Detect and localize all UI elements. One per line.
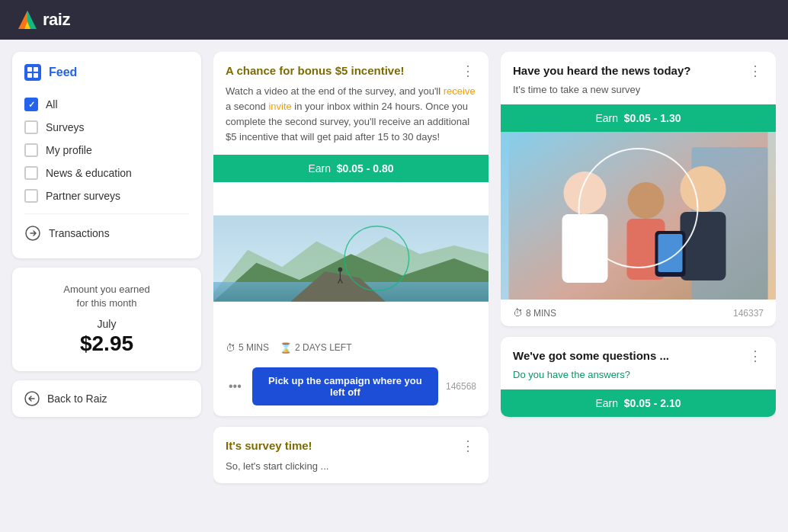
hourglass-icon: ⌛	[280, 342, 292, 354]
svg-rect-5	[27, 73, 32, 78]
card4-earn-bar: Earn $0.05 - 2.10	[501, 389, 776, 417]
filter-news-education[interactable]: News & education	[24, 162, 189, 184]
card4-header: We've got some questions ... ⋮	[501, 337, 776, 369]
filter-my-profile-label: My profile	[46, 144, 92, 156]
svg-point-23	[628, 182, 665, 219]
transactions-icon	[24, 225, 41, 242]
earnings-amount: $2.95	[27, 332, 186, 356]
card4-earn-range: $0.05 - 2.10	[624, 397, 681, 409]
checkbox-my-profile[interactable]	[24, 143, 38, 157]
feed-header: Feed	[24, 64, 189, 81]
back-button-label: Back to Raiz	[47, 393, 107, 405]
card2-description: So, let's start clicking ...	[213, 459, 488, 483]
logo: raiz	[15, 8, 70, 32]
card1-earn-bar: Earn $0.05 - 0.80	[213, 155, 488, 182]
card4-sub-text: Do you have the answers?	[501, 369, 776, 389]
content-columns: A chance for bonus $5 incentive! ⋮ Watch…	[213, 52, 776, 520]
earnings-card: Amount you earnedfor this month July $2.…	[12, 268, 201, 371]
left-column: A chance for bonus $5 incentive! ⋮ Watch…	[213, 52, 488, 520]
card3-time: ⏱ 8 MINS	[513, 307, 556, 319]
filter-all-label: All	[46, 98, 58, 111]
card1-earn-range: $0.05 - 0.80	[337, 162, 394, 175]
card1-more-icon[interactable]: ⋮	[460, 64, 476, 78]
transactions-item[interactable]: Transactions	[24, 220, 189, 246]
feed-icon	[24, 64, 41, 81]
card1-image	[213, 182, 488, 335]
header: raiz	[0, 0, 788, 40]
card3-count: 146337	[733, 308, 764, 319]
card4-title: We've got some questions ...	[513, 349, 747, 362]
sidebar: Feed All Surveys My profile News & educa…	[12, 52, 201, 520]
card3-title: Have you heard the news today?	[513, 64, 747, 77]
card2-title: It's survey time!	[226, 439, 460, 452]
card3-image	[501, 132, 776, 300]
card1-footer: ⏱ 5 MINS ⌛ 2 DAYS LEFT	[213, 335, 488, 361]
main-layout: Feed All Surveys My profile News & educa…	[0, 40, 788, 532]
clock-icon: ⏱	[226, 342, 235, 354]
card3-footer: ⏱ 8 MINS 146337	[501, 300, 776, 326]
card3-earn-bar: Earn $0.05 - 1.30	[501, 104, 776, 132]
card1-meta: ⏱ 5 MINS ⌛ 2 DAYS LEFT	[226, 342, 351, 354]
svg-rect-4	[34, 67, 38, 72]
filter-all[interactable]: All	[24, 93, 189, 116]
checkbox-all[interactable]	[24, 98, 38, 111]
mountain-svg	[213, 182, 488, 335]
feed-card: Feed All Surveys My profile News & educa…	[12, 52, 201, 258]
card-questions: We've got some questions ... ⋮ Do you ha…	[501, 337, 776, 417]
card2-header: It's survey time! ⋮	[213, 427, 488, 459]
checkbox-news-education[interactable]	[24, 166, 38, 180]
card3-clock-icon: ⏱	[513, 307, 523, 319]
filter-surveys-label: Surveys	[46, 121, 85, 133]
back-to-raiz-button[interactable]: Back to Raiz	[12, 380, 201, 417]
card3-earn-label: Earn	[595, 112, 618, 124]
pickup-button[interactable]: Pick up the campaign where you left off	[252, 367, 438, 405]
svg-point-21	[564, 171, 607, 214]
filter-news-education-label: News & education	[46, 167, 132, 179]
svg-rect-6	[34, 73, 38, 78]
card1-time: ⏱ 5 MINS	[226, 342, 269, 354]
card1-count: 146568	[446, 381, 476, 392]
card1-earn-label: Earn	[308, 162, 331, 175]
card1-description: Watch a video at the end of the survey, …	[213, 84, 488, 155]
back-icon	[24, 391, 40, 406]
card1-time-label: 5 MINS	[239, 342, 269, 353]
card3-header: Have you heard the news today? ⋮	[501, 52, 776, 84]
card-news-today: Have you heard the news today? ⋮ It's ti…	[501, 52, 776, 326]
filter-my-profile[interactable]: My profile	[24, 139, 189, 162]
logo-text: raiz	[43, 10, 70, 30]
card3-earn-range: $0.05 - 1.30	[624, 112, 681, 124]
card3-time-label: 8 MINS	[526, 308, 556, 319]
logo-icon	[15, 8, 40, 32]
svg-rect-3	[27, 67, 32, 72]
svg-rect-22	[562, 214, 608, 283]
card-survey-time: It's survey time! ⋮ So, let's start clic…	[213, 427, 488, 483]
card3-sub-text: It's time to take a new survey	[501, 84, 776, 104]
filter-partner-surveys-label: Partner surveys	[46, 190, 120, 202]
svg-rect-28	[658, 234, 683, 272]
card1-days-label: 2 DAYS LEFT	[295, 342, 351, 353]
checkbox-surveys[interactable]	[24, 120, 38, 134]
card4-earn-label: Earn	[595, 397, 618, 409]
filter-partner-surveys[interactable]: Partner surveys	[24, 184, 189, 207]
card1-title: A chance for bonus $5 incentive!	[226, 64, 460, 77]
divider	[24, 213, 189, 214]
people-svg	[501, 132, 776, 300]
filter-surveys[interactable]: Surveys	[24, 116, 189, 139]
card1-header: A chance for bonus $5 incentive! ⋮	[213, 52, 488, 84]
card1-dots-button[interactable]: •••	[226, 377, 245, 396]
right-column: Have you heard the news today? ⋮ It's ti…	[501, 52, 776, 520]
card2-more-icon[interactable]: ⋮	[460, 439, 476, 453]
card3-more-icon[interactable]: ⋮	[747, 64, 764, 78]
transactions-label: Transactions	[49, 227, 110, 239]
feed-label: Feed	[49, 66, 77, 79]
checkbox-partner-surveys[interactable]	[24, 189, 38, 203]
card-bonus-incentive: A chance for bonus $5 incentive! ⋮ Watch…	[213, 52, 488, 416]
earnings-label: Amount you earnedfor this month	[27, 283, 186, 310]
card4-more-icon[interactable]: ⋮	[747, 349, 764, 363]
svg-rect-26	[681, 212, 726, 280]
card1-action-row: ••• Pick up the campaign where you left …	[213, 361, 488, 416]
svg-point-15	[338, 267, 343, 271]
card1-days-left: ⌛ 2 DAYS LEFT	[280, 342, 351, 354]
earnings-month: July	[27, 318, 186, 330]
